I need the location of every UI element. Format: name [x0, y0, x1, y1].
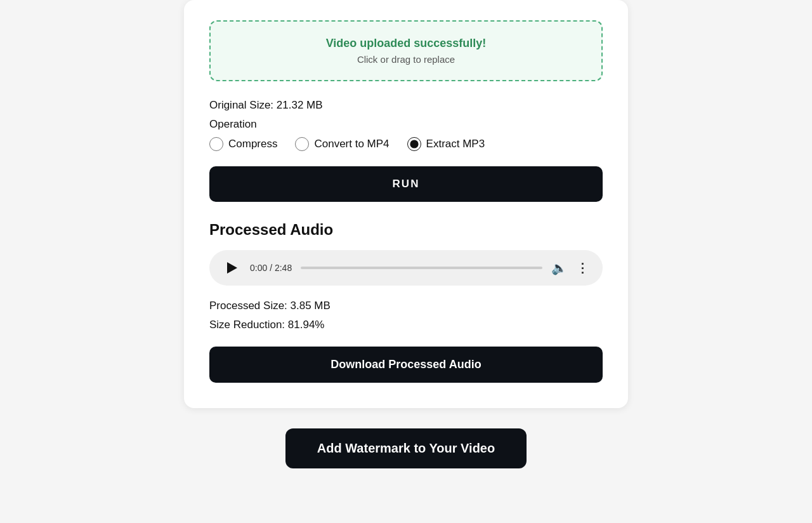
volume-button[interactable]: 🔈 [551, 260, 567, 275]
main-card: Video uploaded successfully! Click or dr… [184, 0, 628, 408]
volume-icon: 🔈 [551, 260, 567, 275]
radio-option-extract-mp3[interactable]: Extract MP3 [407, 137, 485, 151]
run-button[interactable]: RUN [209, 166, 603, 202]
radio-convert-mp4-label[interactable]: Convert to MP4 [314, 138, 389, 150]
operation-label: Operation [209, 118, 603, 131]
radio-compress-label[interactable]: Compress [228, 138, 277, 150]
original-size-label: Original Size: 21.32 MB [209, 99, 603, 112]
time-display: 0:00 / 2:48 [250, 263, 292, 273]
radio-option-compress[interactable]: Compress [209, 137, 277, 151]
radio-option-convert-mp4[interactable]: Convert to MP4 [295, 137, 389, 151]
more-icon: ⋮ [576, 260, 589, 275]
play-icon [227, 262, 237, 274]
processed-size-label: Processed Size: 3.85 MB [209, 300, 603, 312]
download-button[interactable]: Download Processed Audio [209, 347, 603, 383]
upload-hint-text: Click or drag to replace [223, 54, 589, 65]
radio-extract-mp3[interactable] [407, 137, 421, 151]
bottom-section: Add Watermark to Your Video [0, 428, 812, 494]
page-container: Video uploaded successfully! Click or dr… [0, 0, 812, 523]
more-options-button[interactable]: ⋮ [576, 260, 589, 275]
size-reduction-label: Size Reduction: 81.94% [209, 319, 603, 331]
radio-compress[interactable] [209, 137, 223, 151]
radio-extract-mp3-label[interactable]: Extract MP3 [426, 138, 485, 150]
play-button[interactable] [223, 259, 241, 277]
upload-success-text: Video uploaded successfully! [223, 37, 589, 50]
operation-radio-group: Compress Convert to MP4 Extract MP3 [209, 137, 603, 151]
upload-zone[interactable]: Video uploaded successfully! Click or dr… [209, 20, 603, 81]
processed-audio-title: Processed Audio [209, 221, 603, 239]
radio-convert-mp4[interactable] [295, 137, 309, 151]
watermark-button[interactable]: Add Watermark to Your Video [285, 428, 527, 468]
progress-bar-container[interactable] [301, 267, 542, 269]
audio-player: 0:00 / 2:48 🔈 ⋮ [209, 250, 603, 286]
